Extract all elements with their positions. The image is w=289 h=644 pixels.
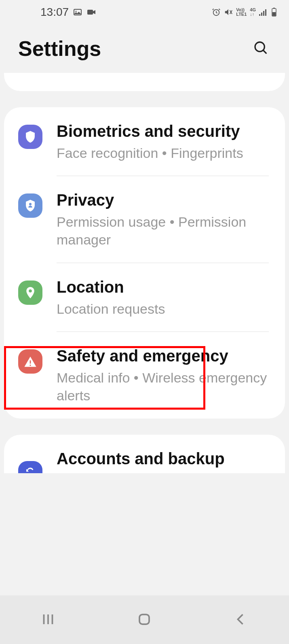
item-text: Biometrics and security Face recognition… bbox=[57, 121, 273, 162]
volte-icon: Vo))LTE1 bbox=[236, 8, 247, 17]
svg-rect-22 bbox=[139, 614, 149, 624]
status-left: 13:07 bbox=[40, 6, 96, 19]
svg-point-16 bbox=[29, 289, 32, 292]
item-subtitle: Medical info • Wireless emergency alerts bbox=[57, 369, 273, 404]
privacy-shield-icon bbox=[18, 193, 42, 218]
status-time: 13:07 bbox=[40, 6, 69, 19]
search-icon bbox=[253, 40, 269, 57]
svg-point-1 bbox=[76, 11, 77, 12]
partial-card-top bbox=[4, 73, 285, 91]
location-pin-icon bbox=[18, 281, 42, 305]
settings-group-security: Biometrics and security Face recognition… bbox=[4, 107, 285, 419]
recents-icon bbox=[41, 612, 55, 628]
settings-group-accounts: Accounts and backup bbox=[4, 435, 285, 473]
status-bar: 13:07 Vo))LTE1 4G↓↑ bbox=[0, 0, 289, 24]
recents-button[interactable] bbox=[18, 604, 78, 636]
svg-rect-11 bbox=[273, 8, 275, 9]
signal-icon bbox=[259, 9, 268, 16]
svg-rect-9 bbox=[265, 9, 266, 16]
status-right: Vo))LTE1 4G↓↑ bbox=[212, 7, 277, 17]
page-title: Settings bbox=[18, 36, 101, 61]
home-button[interactable] bbox=[114, 604, 175, 636]
svg-rect-8 bbox=[263, 11, 264, 16]
header: Settings bbox=[0, 24, 289, 73]
picture-icon bbox=[73, 7, 82, 17]
back-button[interactable] bbox=[211, 604, 271, 636]
item-title: Safety and emergency bbox=[57, 346, 273, 366]
svg-line-14 bbox=[263, 50, 266, 53]
item-subtitle: Location requests bbox=[57, 300, 273, 318]
item-title: Location bbox=[57, 277, 273, 297]
item-title: Accounts and backup bbox=[57, 449, 273, 468]
item-text: Safety and emergency Medical info • Wire… bbox=[57, 346, 273, 404]
settings-item-accounts[interactable]: Accounts and backup bbox=[4, 435, 285, 473]
settings-item-safety[interactable]: Safety and emergency Medical info • Wire… bbox=[4, 332, 285, 419]
item-subtitle: Face recognition • Fingerprints bbox=[57, 144, 273, 162]
emergency-icon bbox=[18, 349, 42, 374]
shield-icon bbox=[18, 125, 42, 149]
svg-point-13 bbox=[255, 42, 264, 51]
item-title: Biometrics and security bbox=[57, 121, 273, 141]
settings-item-location[interactable]: Location Location requests bbox=[4, 263, 285, 332]
svg-rect-17 bbox=[30, 360, 31, 363]
settings-item-biometrics[interactable]: Biometrics and security Face recognition… bbox=[4, 107, 285, 176]
item-text: Accounts and backup bbox=[57, 449, 273, 468]
mute-icon bbox=[224, 8, 233, 17]
svg-rect-12 bbox=[272, 12, 276, 16]
settings-item-privacy[interactable]: Privacy Permission usage • Permission ma… bbox=[4, 176, 285, 263]
back-icon bbox=[234, 612, 248, 628]
video-icon bbox=[86, 8, 96, 16]
svg-rect-6 bbox=[259, 14, 260, 16]
navigation-bar bbox=[0, 595, 289, 644]
svg-rect-2 bbox=[87, 10, 93, 15]
item-text: Privacy Permission usage • Permission ma… bbox=[57, 190, 273, 249]
battery-icon bbox=[271, 7, 277, 17]
svg-point-15 bbox=[29, 203, 32, 206]
item-title: Privacy bbox=[57, 190, 273, 210]
alarm-icon bbox=[212, 8, 221, 17]
home-icon bbox=[137, 612, 152, 628]
svg-rect-7 bbox=[261, 13, 262, 16]
svg-point-18 bbox=[30, 364, 31, 366]
accounts-sync-icon bbox=[18, 461, 42, 473]
network-4g-icon: 4G↓↑ bbox=[250, 8, 256, 17]
item-text: Location Location requests bbox=[57, 277, 273, 318]
item-subtitle: Permission usage • Permission manager bbox=[57, 213, 273, 249]
search-button[interactable] bbox=[251, 39, 271, 58]
